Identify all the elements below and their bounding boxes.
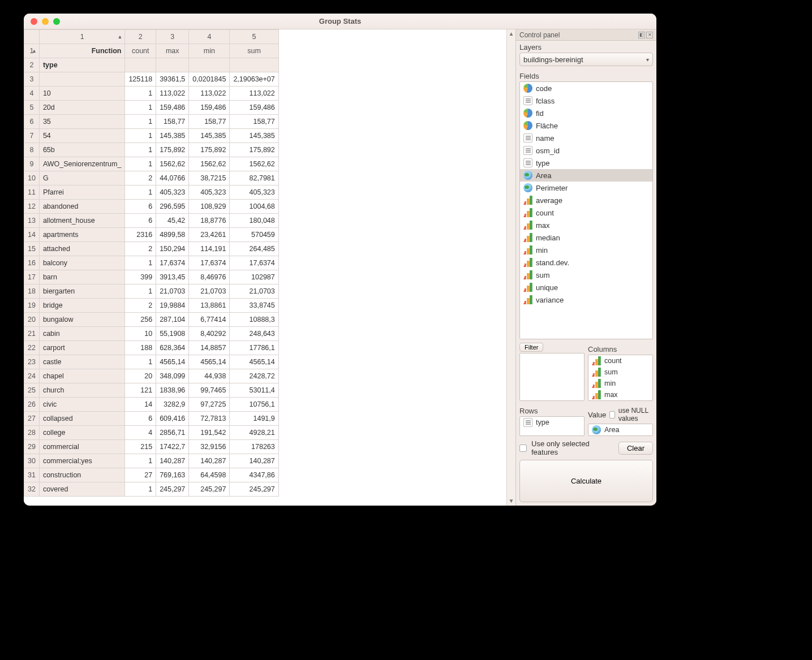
- field-item[interactable]: Area: [588, 424, 652, 435]
- cell-min[interactable]: 17,6374: [189, 256, 230, 270]
- row-number[interactable]: 7: [24, 129, 40, 143]
- field-item[interactable]: median: [520, 231, 652, 244]
- cell-min[interactable]: 1562,62: [189, 157, 230, 171]
- cell-sum[interactable]: 17,6374: [230, 256, 278, 270]
- cell-min[interactable]: 175,892: [189, 143, 230, 157]
- col-header-4[interactable]: 4: [189, 30, 230, 44]
- cell-type[interactable]: chapel: [39, 369, 125, 383]
- field-item[interactable]: average: [520, 194, 652, 206]
- cell-count[interactable]: 6: [125, 200, 156, 214]
- table-row[interactable]: 27collapsed6609,41672,78131491,9: [24, 412, 279, 426]
- cell-min[interactable]: 245,297: [189, 482, 230, 497]
- cell-type[interactable]: castle: [39, 355, 125, 369]
- cell-max[interactable]: 45,42: [156, 214, 189, 228]
- table-row[interactable]: 29commercial21517422,732,9156178263: [24, 440, 279, 454]
- cell-min[interactable]: 99,7465: [189, 383, 230, 398]
- cell-sum[interactable]: 1491,9: [230, 412, 278, 426]
- cell-count[interactable]: 121: [125, 383, 156, 398]
- row-number[interactable]: 13: [24, 214, 40, 228]
- cell-type[interactable]: church: [39, 383, 125, 398]
- cell-max[interactable]: 158,77: [156, 115, 189, 129]
- table-row[interactable]: 520d1159,486159,486159,486: [24, 101, 279, 115]
- cell-count[interactable]: 2: [125, 171, 156, 186]
- minimize-icon[interactable]: [42, 18, 49, 25]
- cell-max[interactable]: 150,294: [156, 242, 189, 256]
- cell-type[interactable]: allotment_house: [39, 214, 125, 228]
- row-number[interactable]: 3: [24, 72, 40, 87]
- table-row[interactable]: 12abandoned6296,595108,9291004,68: [24, 200, 279, 214]
- cell-min[interactable]: 8,40292: [189, 327, 230, 341]
- table-row[interactable]: 7541145,385145,385145,385: [24, 129, 279, 143]
- cell-type[interactable]: college: [39, 426, 125, 440]
- row-number[interactable]: 10: [24, 171, 40, 186]
- cell-type[interactable]: construction: [39, 468, 125, 482]
- cell-min[interactable]: 191,542: [189, 426, 230, 440]
- field-item[interactable]: type: [520, 417, 584, 428]
- row-number[interactable]: 26: [24, 398, 40, 412]
- cell-max[interactable]: 609,416: [156, 412, 189, 426]
- cell-count[interactable]: 6: [125, 412, 156, 426]
- cell-type[interactable]: 20d: [39, 101, 125, 115]
- cell-sum[interactable]: 53011,4: [230, 383, 278, 398]
- row-number[interactable]: 27: [24, 412, 40, 426]
- field-item[interactable]: code: [520, 82, 652, 94]
- cell-type[interactable]: barn: [39, 270, 125, 284]
- row-number[interactable]: 29: [24, 440, 40, 454]
- value-box[interactable]: Area: [588, 424, 653, 436]
- row-number[interactable]: 11: [24, 186, 40, 200]
- cell-sum[interactable]: 245,297: [230, 482, 278, 497]
- cell-type[interactable]: 10: [39, 87, 125, 101]
- cell-min[interactable]: 405,323: [189, 186, 230, 200]
- cell-count[interactable]: 1: [125, 157, 156, 171]
- cell-count[interactable]: 188: [125, 341, 156, 355]
- cell-min[interactable]: 13,8861: [189, 299, 230, 313]
- cell-max[interactable]: 159,486: [156, 101, 189, 115]
- cell-type[interactable]: AWO_Seniorenzentrum_: [39, 157, 125, 171]
- cell-max[interactable]: 628,364: [156, 341, 189, 355]
- cell-type[interactable]: 65b: [39, 143, 125, 157]
- row-number[interactable]: 25: [24, 383, 40, 398]
- table-row[interactable]: 312511839361,50,02018452,19063e+07: [24, 72, 279, 87]
- cell-max[interactable]: 44,0766: [156, 171, 189, 186]
- cell-type[interactable]: Pfarrei: [39, 186, 125, 200]
- cell-max[interactable]: 769,163: [156, 468, 189, 482]
- table-row[interactable]: 20bungalow256287,1046,7741410888,3: [24, 313, 279, 327]
- cell-count[interactable]: 1: [125, 454, 156, 468]
- cell-type[interactable]: carport: [39, 341, 125, 355]
- cell-sum[interactable]: 17786,1: [230, 341, 278, 355]
- cell-min[interactable]: 6,77414: [189, 313, 230, 327]
- columns-box[interactable]: countsumminmax: [588, 355, 653, 401]
- field-item[interactable]: Area: [520, 169, 652, 182]
- cell-type[interactable]: bridge: [39, 299, 125, 313]
- row-header-1[interactable]: 1▲: [24, 44, 40, 58]
- cell-sum[interactable]: 158,77: [230, 115, 278, 129]
- cell-count[interactable]: 125118: [125, 72, 156, 87]
- cell-min[interactable]: 140,287: [189, 454, 230, 468]
- cell-count[interactable]: 2: [125, 299, 156, 313]
- cell-max[interactable]: 405,323: [156, 186, 189, 200]
- cell-type[interactable]: abandoned: [39, 200, 125, 214]
- scroll-up-icon[interactable]: ▲: [507, 29, 515, 38]
- row-number[interactable]: 22: [24, 341, 40, 355]
- cell-count[interactable]: 1: [125, 143, 156, 157]
- function-header[interactable]: Function: [39, 44, 125, 58]
- row-number[interactable]: 8: [24, 143, 40, 157]
- col-header-1[interactable]: 1▲: [39, 30, 125, 44]
- cell-sum[interactable]: 178263: [230, 440, 278, 454]
- field-item[interactable]: Perimeter: [520, 182, 652, 194]
- cell-sum[interactable]: 113,022: [230, 87, 278, 101]
- row-number[interactable]: 30: [24, 454, 40, 468]
- panel-detach-icon[interactable]: ◧: [638, 32, 645, 38]
- cell-type[interactable]: attached: [39, 242, 125, 256]
- cell-count[interactable]: 1: [125, 115, 156, 129]
- table-row[interactable]: 24chapel20348,09944,9382428,72: [24, 369, 279, 383]
- field-item[interactable]: variance: [520, 294, 652, 306]
- cell-max[interactable]: 348,099: [156, 369, 189, 383]
- func-max[interactable]: max: [156, 44, 189, 58]
- row-number[interactable]: 23: [24, 355, 40, 369]
- cell-min[interactable]: 113,022: [189, 87, 230, 101]
- row-number[interactable]: 4: [24, 87, 40, 101]
- cell-max[interactable]: 145,385: [156, 129, 189, 143]
- cell-min[interactable]: 108,929: [189, 200, 230, 214]
- field-item[interactable]: min: [588, 378, 652, 389]
